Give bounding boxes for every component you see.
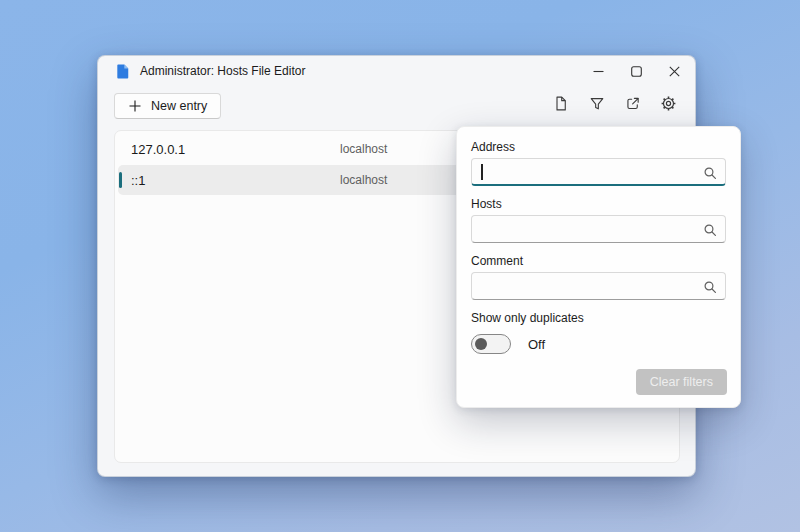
comment-search-input[interactable] <box>472 273 725 299</box>
search-icon <box>703 166 717 180</box>
toolbar-actions <box>552 95 677 112</box>
hosts-cell: localhost <box>340 142 387 156</box>
address-field <box>471 158 726 186</box>
maximize-button[interactable] <box>617 56 655 86</box>
hosts-cell: localhost <box>340 173 387 187</box>
titlebar: Administrator: Hosts File Editor <box>98 56 695 86</box>
hosts-field <box>471 215 726 243</box>
duplicates-toggle-row: Off <box>471 334 726 354</box>
open-external-icon[interactable] <box>624 95 641 112</box>
window-title: Administrator: Hosts File Editor <box>140 64 305 78</box>
search-icon <box>703 280 717 294</box>
filter-popup: Address Hosts Comment Show only duplicat… <box>456 126 741 408</box>
settings-icon[interactable] <box>660 95 677 112</box>
clear-filters-button[interactable]: Clear filters <box>636 369 727 395</box>
close-button[interactable] <box>655 56 693 86</box>
app-document-icon <box>116 63 130 79</box>
hosts-search-input[interactable] <box>472 216 725 242</box>
address-search-input[interactable] <box>472 159 725 184</box>
address-label: Address <box>471 140 726 154</box>
toolbar: New entry <box>98 91 695 127</box>
comment-field <box>471 272 726 300</box>
new-entry-label: New entry <box>151 99 207 113</box>
toggle-knob <box>475 338 487 350</box>
filter-icon[interactable] <box>588 95 605 112</box>
selection-indicator <box>119 172 122 188</box>
file-icon[interactable] <box>552 95 569 112</box>
plus-icon <box>128 99 142 113</box>
minimize-button[interactable] <box>579 56 617 86</box>
text-caret <box>481 164 483 180</box>
toggle-state-label: Off <box>528 337 545 352</box>
show-only-duplicates-label: Show only duplicates <box>471 311 726 325</box>
new-entry-button[interactable]: New entry <box>114 93 221 119</box>
comment-label: Comment <box>471 254 726 268</box>
hosts-label: Hosts <box>471 197 726 211</box>
search-icon <box>703 223 717 237</box>
window-controls <box>579 56 693 86</box>
address-cell: ::1 <box>131 173 145 188</box>
duplicates-toggle[interactable] <box>471 334 511 354</box>
address-cell: 127.0.0.1 <box>131 142 185 157</box>
